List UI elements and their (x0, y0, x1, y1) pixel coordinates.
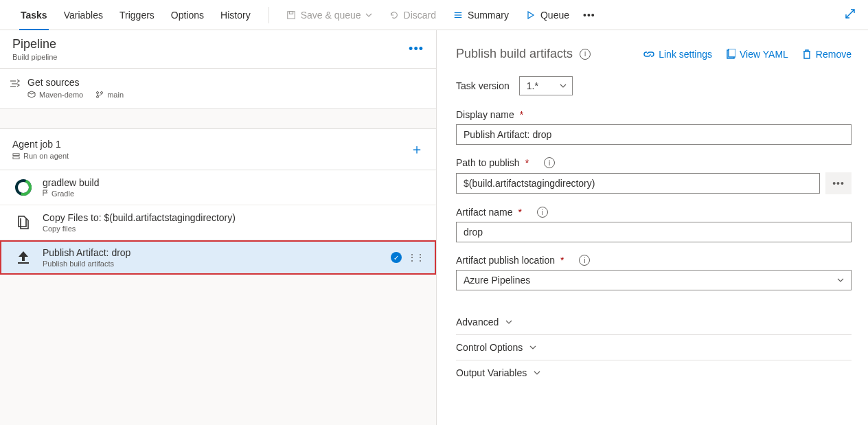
svg-rect-12 (13, 157, 19, 159)
svg-rect-13 (18, 262, 29, 264)
enabled-check-icon: ✓ (391, 252, 402, 263)
agent-job-row[interactable]: Agent job 1 Run on agent ＋ (0, 128, 436, 170)
task-version-select[interactable]: 1.* (519, 76, 573, 95)
pipeline-title: Pipeline (12, 37, 57, 51)
svg-rect-11 (13, 153, 19, 155)
upload-icon (14, 248, 33, 267)
get-sources-title: Get sources (27, 77, 124, 88)
separator (269, 7, 269, 23)
remove-label: Remove (816, 49, 852, 60)
expand-icon[interactable] (845, 8, 856, 21)
detail-title: Publish build artifacts (456, 47, 573, 61)
pipeline-panel: Pipeline Build pipeline ••• Get sources … (0, 30, 437, 425)
save-and-queue-button: Save & queue (279, 0, 379, 30)
pipeline-header[interactable]: Pipeline Build pipeline ••• (0, 30, 436, 69)
link-icon (643, 49, 654, 59)
sources-icon (10, 78, 21, 90)
location-value: Azure Pipelines (464, 275, 530, 286)
pipeline-more-button[interactable]: ••• (409, 42, 424, 56)
more-actions-button[interactable]: ••• (579, 0, 599, 30)
accordion-output-variables[interactable]: Output Variables (456, 360, 852, 385)
accordion-label: Advanced (456, 317, 499, 328)
svg-rect-1 (289, 11, 293, 14)
branch-name: main (107, 91, 124, 99)
chevron-down-icon (560, 82, 567, 89)
tab-group: Tasks Variables Triggers Options History (12, 0, 259, 30)
svg-point-8 (97, 92, 99, 94)
accordion-label: Control Options (456, 342, 523, 353)
gradle-icon (14, 178, 33, 197)
save-queue-label: Save & queue (301, 10, 361, 21)
artifact-name-label: Artifact name (456, 207, 512, 218)
copy-icon (14, 213, 33, 232)
task-title: Copy Files to: $(build.artifactstagingdi… (43, 212, 424, 223)
task-title: gradlew build (43, 177, 424, 188)
info-icon[interactable]: i (579, 255, 590, 266)
tab-tasks[interactable]: Tasks (12, 0, 56, 30)
top-toolbar: Tasks Variables Triggers Options History… (0, 0, 868, 30)
view-yaml-label: View YAML (740, 49, 788, 60)
display-name-input[interactable] (456, 124, 852, 145)
task-row-copy-files[interactable]: Copy Files to: $(build.artifactstagingdi… (0, 205, 436, 240)
agent-job-subtitle: Run on agent (23, 152, 69, 160)
repo-chip: Maven-demo (27, 91, 83, 99)
discard-label: Discard (404, 10, 436, 21)
task-subtitle: Copy files (43, 225, 424, 233)
artifact-name-input[interactable] (456, 222, 852, 242)
task-title: Publish Artifact: drop (43, 247, 381, 258)
list-icon (453, 10, 464, 21)
trash-icon (802, 49, 812, 60)
chevron-down-icon (534, 369, 540, 376)
svg-point-10 (97, 96, 99, 98)
location-select[interactable]: Azure Pipelines (456, 270, 852, 290)
task-row-publish-artifact[interactable]: Publish Artifact: drop Publish build art… (0, 240, 436, 275)
path-input[interactable] (456, 173, 820, 194)
tab-options[interactable]: Options (163, 0, 212, 30)
remove-button[interactable]: Remove (802, 49, 852, 60)
server-icon (12, 152, 20, 160)
chevron-down-icon (505, 319, 512, 325)
svg-point-9 (101, 92, 103, 94)
add-task-button[interactable]: ＋ (410, 140, 424, 159)
accordion-label: Output Variables (456, 367, 527, 378)
agent-job-title: Agent job 1 (12, 139, 69, 150)
view-yaml-button[interactable]: View YAML (726, 49, 788, 60)
task-version-value: 1.* (527, 80, 538, 91)
tab-triggers[interactable]: Triggers (111, 0, 163, 30)
location-label: Artifact publish location (456, 255, 555, 266)
save-icon (286, 10, 297, 21)
display-name-label: Display name (456, 109, 514, 120)
path-label: Path to publish (456, 157, 520, 168)
accordion-control-options[interactable]: Control Options (456, 335, 852, 360)
link-settings-button[interactable]: Link settings (643, 49, 712, 60)
summary-button[interactable]: Summary (446, 0, 516, 30)
tab-history[interactable]: History (212, 0, 259, 30)
get-sources-row[interactable]: Get sources Maven-demo main (0, 69, 436, 109)
info-icon[interactable]: i (537, 207, 548, 218)
gap (0, 109, 436, 128)
task-row-gradle[interactable]: gradlew build Gradle (0, 170, 436, 205)
yaml-icon (726, 49, 735, 60)
repo-name: Maven-demo (39, 91, 83, 99)
link-settings-label: Link settings (659, 49, 712, 60)
tab-variables[interactable]: Variables (56, 0, 111, 30)
pipeline-subtitle: Build pipeline (12, 53, 57, 61)
accordion-advanced[interactable]: Advanced (456, 310, 852, 335)
summary-label: Summary (468, 10, 509, 21)
task-subtitle: Publish build artifacts (43, 260, 381, 268)
svg-rect-15 (729, 49, 735, 57)
browse-path-button[interactable]: ••• (825, 172, 852, 194)
required-marker: * (520, 109, 523, 120)
undo-icon (389, 10, 400, 21)
drag-handle[interactable]: ⋮⋮ (407, 252, 424, 263)
required-marker: * (560, 255, 564, 266)
queue-button[interactable]: Queue (518, 0, 576, 30)
info-icon[interactable]: i (544, 157, 555, 168)
task-subtitle: Gradle (52, 189, 74, 198)
queue-label: Queue (540, 10, 569, 21)
required-marker: * (525, 157, 529, 168)
discard-button: Discard (382, 0, 443, 30)
info-icon[interactable]: i (580, 49, 591, 60)
repo-icon (27, 91, 36, 99)
chevron-down-icon (365, 12, 372, 19)
